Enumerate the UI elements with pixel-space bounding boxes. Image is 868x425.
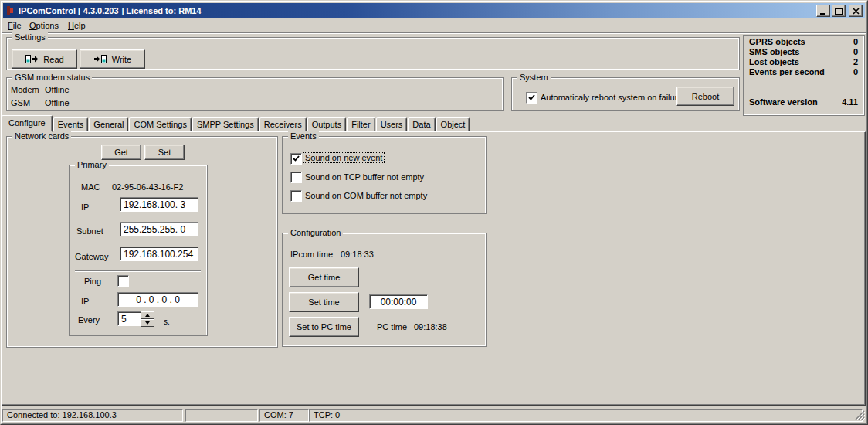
statusbar-com-panel: COM: 7	[259, 409, 309, 422]
write-button-label: Write	[112, 55, 131, 64]
stats-lost-value: 2	[853, 57, 858, 66]
system-group: System Automaticaly reboot system on fai…	[511, 77, 740, 111]
sound-com-buffer-label[interactable]: Sound on COM buffer not empty	[305, 191, 427, 200]
sound-tcp-buffer-checkbox[interactable]	[290, 172, 302, 183]
statusbar-com-text: COM: 7	[264, 410, 293, 420]
tab-general[interactable]: General	[89, 117, 128, 131]
statusbar-connected-text: Connected to: 192.168.100.3	[7, 410, 117, 420]
gateway-label: Gateway	[75, 252, 108, 261]
app-icon	[5, 5, 15, 15]
ping-ip-field[interactable]: 0 . 0 . 0 . 0	[117, 292, 198, 307]
tab-users[interactable]: Users	[376, 117, 408, 131]
resize-grip[interactable]	[855, 410, 865, 420]
pc-time-label: PC time	[377, 322, 407, 332]
stats-gprs-label: GPRS objects	[749, 37, 805, 46]
write-button[interactable]: Write	[80, 49, 145, 69]
stats-eps-value: 0	[853, 67, 858, 76]
tab-outputs[interactable]: Outputs	[307, 117, 347, 131]
primary-group: Primary MAC 02-95-06-43-16-F2 IP 192.168…	[69, 165, 208, 336]
set-time-field[interactable]: 00:00:00	[369, 294, 428, 309]
tab-smpp-settings[interactable]: SMPP Settings	[192, 117, 259, 131]
tab-data[interactable]: Data	[408, 117, 435, 131]
spin-up-button[interactable]	[141, 311, 154, 319]
get-time-button-label: Get time	[308, 273, 341, 282]
arrow-down-icon	[145, 321, 150, 325]
set-to-pc-time-button[interactable]: Set to PC time	[289, 317, 359, 337]
ping-ip-field-value: 0 . 0 . 0 . 0	[136, 294, 180, 305]
read-button[interactable]: Read	[12, 49, 77, 69]
subnet-label: Subnet	[76, 226, 103, 236]
sound-new-event-label[interactable]: Sound on new event	[303, 153, 384, 162]
network-cards-group: Network cards Get Set Primary MAC 02-95-…	[6, 136, 278, 348]
ping-checkbox[interactable]	[117, 275, 129, 287]
auto-reboot-label[interactable]: Automaticaly reboot system on failure	[541, 93, 682, 102]
ip-label: IP	[81, 202, 89, 212]
settings-group-title: Settings	[12, 32, 48, 42]
statusbar-connected-panel: Connected to: 192.168.100.3	[2, 409, 183, 422]
minimize-button[interactable]	[816, 5, 830, 17]
sound-com-buffer-checkbox[interactable]	[290, 190, 302, 202]
ipcom-time-value: 09:18:33	[341, 250, 374, 259]
stats-panel: GPRS objects 0 SMS objects 0 Lost object…	[743, 35, 865, 116]
configuration-group-title: Configuration	[288, 228, 343, 238]
check-icon	[528, 94, 535, 101]
gateway-field[interactable]: 192.168.100.254	[120, 246, 198, 261]
menu-file[interactable]: File	[5, 20, 25, 31]
tab-com-settings[interactable]: COM Settings	[129, 117, 191, 131]
minimize-icon	[819, 8, 827, 15]
tab-configure[interactable]: Configure	[2, 115, 53, 132]
menu-help[interactable]: Help	[65, 20, 89, 31]
title-bar[interactable]: IPComControl [ 4.3.0.203 ] Licensed to: …	[3, 3, 865, 18]
every-spinner	[141, 311, 154, 327]
settings-group: Settings Read Write	[6, 37, 740, 70]
events-group-title: Events	[288, 131, 319, 141]
every-label: Every	[78, 315, 100, 325]
maximize-button[interactable]	[832, 5, 846, 17]
get-button[interactable]: Get	[101, 144, 141, 160]
every-field-value: 5	[121, 314, 127, 325]
tab-strip: Configure Events General COM Settings SM…	[2, 116, 866, 131]
statusbar-empty-panel	[185, 409, 258, 422]
gsm-group-title: GSM modem status	[12, 73, 92, 83]
tab-receivers[interactable]: Receivers	[259, 117, 307, 131]
spin-down-button[interactable]	[141, 319, 154, 327]
subnet-field-value: 255.255.255. 0	[124, 224, 185, 235]
gsm-status-group: GSM modem status Modem Offline GSM Offli…	[6, 77, 504, 111]
pc-time-value: 09:18:38	[414, 322, 447, 332]
ip-field[interactable]: 192.168.100. 3	[120, 197, 198, 212]
set-time-field-value: 00:00:00	[381, 297, 417, 308]
set-button[interactable]: Set	[144, 144, 185, 160]
maximize-icon	[835, 8, 843, 15]
write-icon	[93, 54, 108, 64]
events-group: Events Sound on new event Sound on TCP b…	[282, 136, 487, 214]
set-time-button[interactable]: Set time	[289, 292, 359, 312]
tab-object[interactable]: Object	[436, 117, 470, 131]
stats-sms-label: SMS objects	[749, 47, 799, 56]
ping-divider	[75, 270, 201, 272]
tab-filter[interactable]: Filter	[347, 117, 375, 131]
subnet-field[interactable]: 255.255.255. 0	[120, 222, 198, 236]
sound-tcp-buffer-label[interactable]: Sound on TCP buffer not empty	[305, 172, 424, 182]
stats-lost-label: Lost objects	[749, 57, 799, 66]
ipcom-time-label: IPcom time	[290, 250, 333, 259]
get-time-button[interactable]: Get time	[289, 267, 359, 287]
close-icon	[853, 8, 860, 15]
software-version-value: 4.11	[842, 97, 858, 107]
reboot-button[interactable]: Reboot	[676, 87, 734, 106]
tab-events[interactable]: Events	[53, 117, 89, 131]
auto-reboot-checkbox[interactable]	[526, 92, 537, 104]
menu-divider	[2, 32, 866, 34]
software-version-label: Software version	[749, 97, 818, 107]
statusbar-tcp-panel: TCP: 0	[309, 409, 863, 422]
sound-new-event-checkbox[interactable]	[290, 153, 302, 165]
system-group-title: System	[517, 73, 551, 83]
window-controls	[815, 5, 863, 17]
read-icon	[25, 54, 39, 64]
menu-options[interactable]: Options	[26, 20, 62, 31]
network-cards-title: Network cards	[12, 131, 71, 141]
mac-label: MAC	[81, 182, 100, 192]
mac-value: 02-95-06-43-16-F2	[112, 182, 183, 192]
close-button[interactable]	[849, 5, 863, 17]
modem-status-label: Modem	[11, 85, 39, 94]
arrow-up-icon	[145, 314, 150, 317]
